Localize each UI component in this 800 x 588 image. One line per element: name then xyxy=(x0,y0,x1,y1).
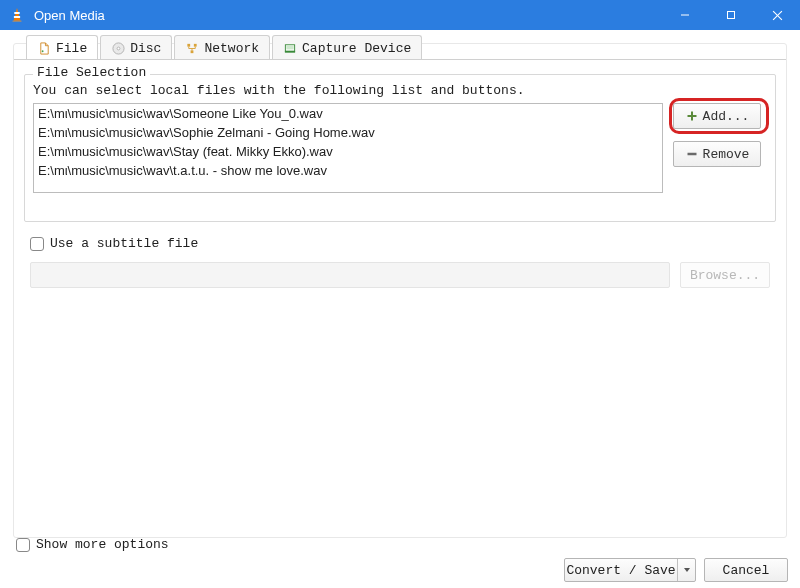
file-selection-title: File Selection xyxy=(33,65,150,80)
tab-file-label: File xyxy=(56,41,87,56)
more-options-checkbox[interactable] xyxy=(16,538,30,552)
vlc-cone-icon xyxy=(8,6,26,24)
remove-button[interactable]: Remove xyxy=(673,141,761,167)
subtitle-path-field xyxy=(30,262,670,288)
svg-point-8 xyxy=(41,50,43,52)
svg-rect-15 xyxy=(285,50,295,52)
svg-rect-11 xyxy=(188,43,191,46)
title-bar: Open Media xyxy=(0,0,800,30)
bottom-button-row: Convert / Save Cancel xyxy=(564,558,788,582)
list-item[interactable]: E:\mι\music\music\wav\Someone Like You_0… xyxy=(34,104,662,123)
svg-rect-16 xyxy=(286,45,293,49)
tab-disc[interactable]: Disc xyxy=(100,35,172,60)
tab-underline xyxy=(14,59,786,60)
tab-bar: File Disc Network Capture Device xyxy=(26,35,424,60)
subtitle-checkbox-label: Use a subtitle file xyxy=(50,236,198,251)
svg-rect-13 xyxy=(191,50,194,53)
tab-disc-label: Disc xyxy=(130,41,161,56)
subtitle-row: Use a subtitle file xyxy=(30,236,770,251)
svg-rect-3 xyxy=(13,21,22,23)
tab-network-label: Network xyxy=(204,41,259,56)
remove-button-label: Remove xyxy=(703,147,750,162)
add-button[interactable]: Add... xyxy=(673,103,761,129)
minimize-button[interactable] xyxy=(662,0,708,30)
svg-rect-5 xyxy=(728,12,735,19)
file-icon xyxy=(37,41,51,55)
convert-save-label: Convert / Save xyxy=(565,563,677,578)
close-button[interactable] xyxy=(754,0,800,30)
svg-point-10 xyxy=(117,47,120,50)
list-item[interactable]: E:\mι\music\music\wav\Stay (feat. Mikky … xyxy=(34,142,662,161)
capture-icon xyxy=(283,41,297,55)
disc-icon xyxy=(111,41,125,55)
tab-capture[interactable]: Capture Device xyxy=(272,35,422,60)
file-selection-group: File Selection You can select local file… xyxy=(24,74,776,222)
svg-marker-0 xyxy=(14,8,21,21)
browse-button: Browse... xyxy=(680,262,770,288)
add-button-label: Add... xyxy=(703,109,750,124)
plus-icon xyxy=(685,109,699,123)
browse-button-label: Browse... xyxy=(690,268,760,283)
tab-network[interactable]: Network xyxy=(174,35,270,60)
list-item[interactable]: E:\mι\music\music\wav\Sophie Zelmani - G… xyxy=(34,123,662,142)
svg-rect-12 xyxy=(194,43,197,46)
file-selection-desc: You can select local files with the foll… xyxy=(33,83,524,98)
file-list[interactable]: E:\mι\music\music\wav\Someone Like You_0… xyxy=(33,103,663,193)
svg-marker-20 xyxy=(684,568,690,572)
tab-capture-label: Capture Device xyxy=(302,41,411,56)
convert-dropdown-arrow[interactable] xyxy=(677,559,695,581)
cancel-button-label: Cancel xyxy=(723,563,770,578)
subtitle-checkbox[interactable] xyxy=(30,237,44,251)
list-item[interactable]: E:\mι\music\music\wav\t.a.t.u. - show me… xyxy=(34,161,662,180)
window-title: Open Media xyxy=(34,8,105,23)
maximize-button[interactable] xyxy=(708,0,754,30)
svg-rect-2 xyxy=(14,16,20,18)
cancel-button[interactable]: Cancel xyxy=(704,558,788,582)
minus-icon xyxy=(685,147,699,161)
more-options-label: Show more options xyxy=(36,537,169,552)
convert-save-button[interactable]: Convert / Save xyxy=(564,558,696,582)
network-icon xyxy=(185,41,199,55)
more-options-row: Show more options xyxy=(16,537,169,552)
tab-file[interactable]: File xyxy=(26,35,98,60)
svg-rect-1 xyxy=(14,12,19,14)
